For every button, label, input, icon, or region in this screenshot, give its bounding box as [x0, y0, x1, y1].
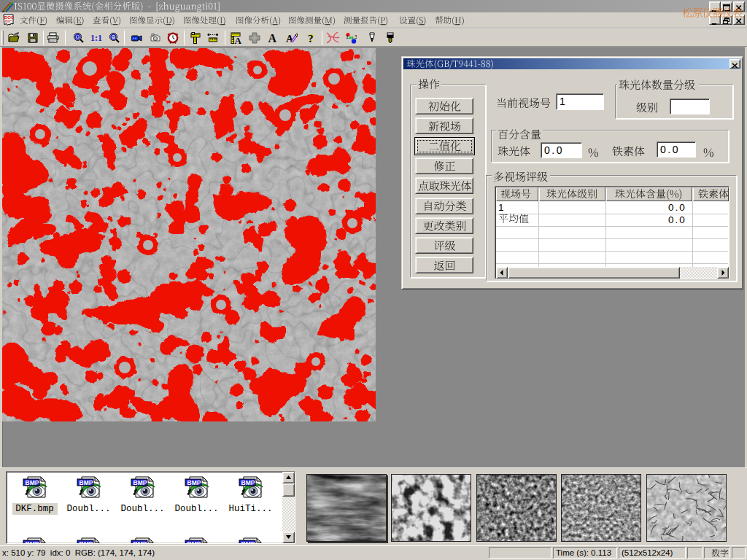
svg-text:1:1: 1:1 [90, 33, 102, 43]
svg-text:?: ? [308, 33, 314, 44]
svg-text:BMP: BMP [187, 540, 201, 544]
svg-text:A: A [235, 35, 242, 44]
svg-text:BMP: BMP [79, 479, 93, 486]
svg-text:BMP: BMP [241, 479, 255, 486]
svg-text:BMP: BMP [187, 479, 201, 486]
svg-text:BMP: BMP [25, 540, 39, 544]
svg-text:1: 1 [346, 34, 349, 39]
svg-text:BMP: BMP [79, 540, 93, 544]
svg-text:2: 2 [349, 36, 352, 41]
svg-text:3: 3 [355, 34, 357, 39]
svg-text:BMP: BMP [133, 479, 147, 486]
svg-text:BMP: BMP [25, 479, 39, 486]
svg-text:BMP: BMP [133, 540, 147, 544]
svg-text:A: A [268, 32, 277, 44]
svg-text:DOC: DOC [4, 15, 14, 20]
svg-text:BMP: BMP [241, 540, 255, 544]
